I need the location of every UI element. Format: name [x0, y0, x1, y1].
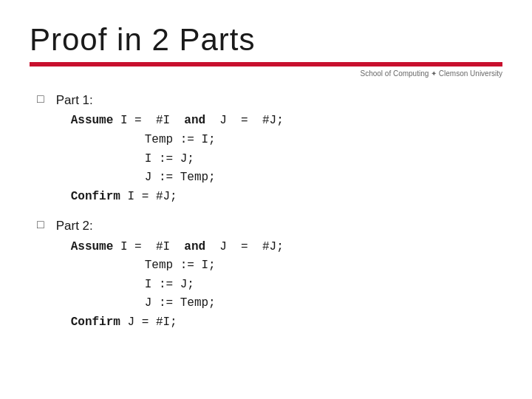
bullet-icon-1: □ [37, 92, 44, 106]
part2-confirm-bold: Confirm [71, 316, 120, 329]
part1-assume-rest: I = #I and J = #J; [113, 114, 283, 127]
slide-title: Proof in 2 Parts [30, 22, 502, 58]
part2-assume-rest: I = #I and J = #J; [113, 240, 283, 253]
bullet-icon-2: □ [37, 218, 44, 231]
header-bar [30, 62, 502, 66]
slide: Proof in 2 Parts School of Computing ✦ C… [0, 0, 532, 399]
part2-section: □ Part 2: Assume I = #I and J = #J; Temp… [37, 216, 502, 332]
part2-content: Part 2: Assume I = #I and J = #J; Temp :… [56, 216, 284, 332]
part1-content: Part 1: Assume I = #I and J = #J; Temp :… [56, 91, 284, 206]
part1-confirm-line: Confirm I = #J; [71, 188, 284, 207]
part2-line2: I := J; [145, 276, 284, 295]
part1-line2: I := J; [145, 150, 284, 169]
part2-label: Part 2: [56, 216, 284, 236]
part2-line1: Temp := I; [145, 256, 284, 276]
school-label: School of Computing ✦ Clemson University [30, 69, 502, 78]
part1-confirm-rest: I = #J; [120, 190, 177, 203]
part2-confirm-line: Confirm J = #I; [71, 313, 284, 332]
part2-assume-bold: Assume [71, 240, 114, 253]
part1-label: Part 1: [56, 91, 284, 110]
part2-code: Assume I = #I and J = #J; Temp := I; I :… [56, 238, 284, 332]
content-area: □ Part 1: Assume I = #I and J = #J; Temp… [30, 91, 502, 332]
part1-line3: J := Temp; [145, 168, 284, 188]
part1-section: □ Part 1: Assume I = #I and J = #J; Temp… [37, 91, 502, 206]
part1-assume-bold: Assume [71, 114, 114, 127]
part1-confirm-bold: Confirm [71, 190, 120, 203]
part2-line3: J := Temp; [145, 294, 284, 313]
part1-line1: Temp := I; [145, 131, 284, 150]
part1-code: Assume I = #I and J = #J; Temp := I; I :… [56, 112, 284, 206]
part2-confirm-rest: J = #I; [120, 316, 177, 329]
part1-assume-line: Assume I = #I and J = #J; [71, 112, 284, 131]
part2-assume-line: Assume I = #I and J = #J; [71, 238, 284, 257]
